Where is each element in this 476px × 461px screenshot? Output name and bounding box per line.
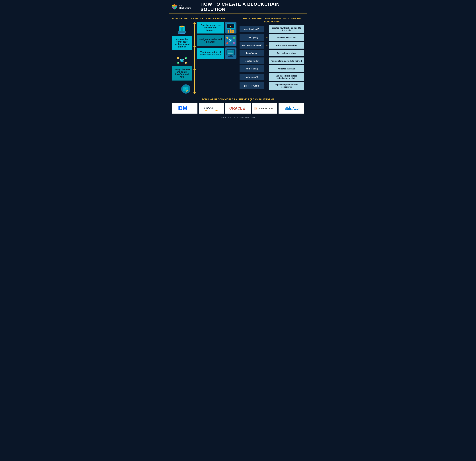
svg-text:⊖: ⊖ (254, 106, 257, 110)
function-row: __init__(self)→Initialize blockchain (239, 34, 304, 41)
step-box-2: Design the nodes and instances (197, 35, 224, 46)
header: 101 Blockchains HOW TO CREATE A BLOCKCHA… (169, 0, 307, 14)
function-row: valid_chain()→Validates the chain (239, 65, 304, 72)
logo-text: 101 Blockchains (178, 4, 195, 9)
tl-dot-3 (194, 69, 196, 71)
right-section: IMPORTANT FUNCTIONS FOR BUILDING YOUR OW… (239, 17, 304, 94)
right-steps-col: Find the proper use case for your busine… (197, 22, 237, 59)
step3-row: Test it out, get rid of errors and final… (197, 47, 237, 59)
function-row: valid_proof()→Validates block before sub… (239, 73, 304, 81)
flow-area: Choose the consensus mechanism and platf… (172, 22, 237, 94)
computer-icon (225, 47, 237, 59)
svg-point-11 (181, 26, 184, 27)
svg-text:Alibaba Cloud: Alibaba Cloud (258, 107, 272, 110)
svg-rect-14 (178, 33, 180, 34)
func-desc: Validates block before submission to cha… (269, 73, 304, 81)
tl-dot-4 (194, 92, 196, 94)
step-box-1: Find the proper use case for your busine… (197, 22, 224, 34)
left-section-title: HOW TO CREATE A BLOCKCHAIN SOLUTION (172, 17, 237, 20)
func-arrow-icon: → (265, 43, 268, 47)
tl-line-2 (194, 48, 195, 69)
header-title: HOW TO CREATE A BLOCKCHAIN SOLUTION (200, 1, 305, 12)
func-arrow-icon: → (265, 75, 268, 79)
baas-section: POPULAR BLOCKCHAIN-AS-A-SERVICE (BAAS) P… (169, 96, 307, 115)
function-row: hash(block)→For hashing a block (239, 50, 304, 56)
svg-rect-61 (230, 55, 232, 56)
left-section: HOW TO CREATE A BLOCKCHAIN SOLUTION (172, 17, 237, 94)
svg-text:ORACLE: ORACLE (229, 106, 245, 110)
svg-text:Azure: Azure (292, 107, 300, 111)
footer: CREATED BY 101BLOCKCHAINS.COM (169, 115, 307, 119)
baas-logo-box: aws (199, 103, 224, 113)
func-desc: Implement proof of work consensus (269, 82, 304, 90)
left-box-2: Design the user and admin interface and … (172, 66, 192, 80)
func-name: hash(block) (239, 50, 264, 56)
svg-rect-58 (228, 52, 234, 52)
tl-line-1 (194, 25, 195, 45)
svg-point-38 (228, 30, 229, 31)
tl-dot-1 (194, 22, 196, 25)
baas-logo-box: Alibaba Cloud⊖ (252, 103, 277, 113)
function-row: new_transaction(self)→Adds new transacti… (239, 42, 304, 49)
function-row: new_block(self)→Creates new blocks and a… (239, 25, 304, 33)
func-desc: For hashing a block (269, 50, 304, 56)
func-name: valid_chain() (239, 65, 264, 72)
baas-logos: IBMawsORACLE®Alibaba Cloud⊖Azure (172, 103, 304, 113)
svg-rect-43 (232, 31, 234, 33)
svg-marker-65 (217, 110, 218, 111)
functions-list: new_block(self)→Creates new blocks and a… (239, 25, 304, 90)
func-arrow-icon: → (265, 27, 268, 31)
func-name: __init__(self) (239, 34, 264, 41)
tl-dot-2 (194, 45, 196, 48)
icon2-group: ✓ ✓ Design the user and admin interface … (172, 55, 192, 80)
function-row: register_node()→For registering a node t… (239, 57, 304, 64)
svg-text:✓: ✓ (185, 58, 186, 59)
step1-row: Find the proper use case for your busine… (197, 22, 237, 34)
right-section-title: IMPORTANT FUNCTIONS FOR BUILDING YOUR OW… (239, 17, 304, 23)
left-boxes-col: Choose the consensus mechanism and platf… (172, 22, 192, 94)
svg-point-40 (230, 29, 231, 31)
main-content: HOW TO CREATE A BLOCKCHAIN SOLUTION (169, 14, 307, 96)
func-desc: Creates new blocks and add to the chain (269, 25, 304, 33)
baas-title: POPULAR BLOCKCHAIN-AS-A-SERVICE (BAAS) P… (172, 98, 304, 101)
svg-rect-9 (178, 31, 186, 33)
step2-row: Design the nodes and instances (197, 35, 237, 46)
baas-logo-box: Azure (279, 103, 304, 113)
func-arrow-icon: → (265, 59, 268, 63)
func-desc: For registering a node to network (269, 57, 304, 64)
svg-text:IBM: IBM (177, 105, 187, 111)
func-desc: Initialize blockchain (269, 34, 304, 41)
func-arrow-icon: → (265, 51, 268, 55)
svg-text:★: ★ (230, 25, 232, 28)
svg-rect-41 (230, 31, 231, 33)
svg-point-42 (232, 30, 234, 31)
network-icon: ✓ ✓ (176, 55, 188, 66)
func-name: proof_of_work() (239, 82, 264, 89)
svg-text:aws: aws (204, 105, 213, 110)
checklist-icon (180, 84, 192, 94)
svg-text:✓: ✓ (178, 58, 178, 59)
func-arrow-icon: → (265, 67, 268, 70)
svg-text:✦: ✦ (232, 25, 234, 27)
func-name: register_node() (239, 57, 264, 64)
baas-logo-box: IBM (172, 103, 197, 113)
logo-area: 101 Blockchains (171, 4, 198, 10)
footer-text: CREATED BY 101BLOCKCHAINS.COM (221, 116, 255, 118)
people-icon: ★ ✦ (225, 22, 237, 34)
func-name: new_block(self) (239, 26, 264, 32)
svg-rect-60 (228, 53, 233, 54)
svg-rect-57 (228, 51, 232, 51)
step-box-3: Test it out, get rid of errors and final… (197, 48, 224, 59)
func-name: new_transaction(self) (239, 42, 264, 49)
nodes-icon (225, 35, 237, 46)
left-box-1: Choose the consensus mechanism and platf… (172, 36, 192, 50)
func-desc: Validates the chain (269, 65, 304, 72)
func-desc: Adds new transaction (269, 42, 304, 49)
timeline-col (193, 22, 196, 94)
gift-icon (176, 25, 188, 36)
icon1-group: Choose the consensus mechanism and platf… (172, 25, 192, 50)
svg-text:®: ® (244, 106, 245, 108)
func-arrow-icon: → (265, 36, 268, 39)
tl-line-3 (194, 71, 195, 92)
func-arrow-icon: → (265, 84, 268, 87)
